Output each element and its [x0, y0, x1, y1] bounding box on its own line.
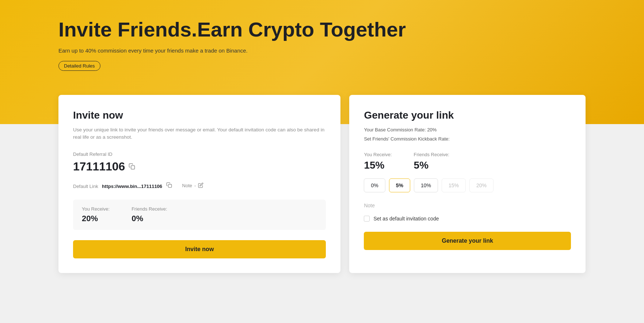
referral-id-value: 17111106 — [73, 160, 125, 173]
default-code-label: Set as default invitation code — [373, 216, 439, 222]
receive-section: You Receive: 15% Friends Receive: 5% — [364, 152, 571, 171]
svg-rect-1 — [168, 184, 172, 188]
page-wrapper: Invite Friends.Earn Crypto Together Earn… — [0, 0, 644, 323]
friends-receive-label: Friends Receive: — [132, 206, 167, 212]
link-row: Default Link https://www.bin...17111106 … — [73, 182, 326, 189]
gen-you-receive-label: You Receive: — [364, 152, 392, 157]
you-receive-value: 20% — [82, 214, 110, 223]
gen-friends-receive-label: Friends Receive: — [414, 152, 450, 157]
referral-id-row: 17111106 — [73, 160, 326, 173]
rate-btn-10[interactable]: 10% — [414, 178, 438, 192]
svg-rect-0 — [131, 166, 135, 169]
note-row: Note - — [182, 182, 204, 189]
invite-card-description: Use your unique link to invite your frie… — [73, 126, 326, 141]
base-commission-line2: Set Friends' Commission Kickback Rate: — [364, 135, 571, 143]
default-referral-id-label: Default Referral ID — [73, 151, 326, 157]
friends-receive-col: Friends Receive: 0% — [132, 206, 167, 223]
note-edit-icon[interactable] — [198, 182, 203, 189]
hero-title: Invite Friends.Earn Crypto Together — [58, 18, 586, 41]
default-code-row: Set as default invitation code — [364, 216, 571, 222]
you-receive-col: You Receive: 20% — [82, 206, 110, 223]
note-section-label: Note — [364, 203, 571, 208]
friends-receive-value: 0% — [132, 214, 167, 223]
commission-box: You Receive: 20% Friends Receive: 0% — [73, 200, 326, 230]
rate-btn-20: 20% — [469, 178, 494, 192]
base-commission-line1: Your Base Commission Rate: 20% — [364, 126, 571, 134]
invite-now-button[interactable]: Invite now — [73, 240, 326, 258]
generate-card: Generate your link Your Base Commission … — [349, 95, 586, 273]
rate-buttons-group: 0% 5% 10% 15% 20% — [364, 178, 571, 192]
invite-card-title: Invite now — [73, 109, 326, 121]
link-copy-icon[interactable] — [166, 183, 172, 189]
link-section: Default Link https://www.bin...17111106 — [73, 182, 172, 189]
note-label: Note — [182, 183, 192, 188]
rate-btn-15: 15% — [442, 178, 466, 192]
note-separator: - — [194, 183, 196, 188]
referral-id-copy-icon[interactable] — [129, 163, 135, 170]
generate-link-button[interactable]: Generate your link — [364, 232, 571, 250]
invite-card: Invite now Use your unique link to invit… — [58, 95, 340, 273]
cards-section: Invite now Use your unique link to invit… — [0, 95, 644, 273]
detailed-rules-button[interactable]: Detailed Rules — [58, 61, 100, 71]
default-link-label: Default Link — [73, 184, 98, 189]
hero-subtitle: Earn up to 40% commission every time you… — [58, 47, 586, 54]
you-receive-label: You Receive: — [82, 206, 110, 212]
gen-you-receive-col: You Receive: 15% — [364, 152, 392, 171]
gen-friends-receive-col: Friends Receive: 5% — [414, 152, 450, 171]
default-code-checkbox[interactable] — [364, 216, 370, 222]
gen-friends-receive-value: 5% — [414, 159, 450, 171]
rate-btn-0[interactable]: 0% — [364, 178, 385, 192]
rate-btn-5[interactable]: 5% — [389, 178, 410, 192]
default-link-value: https://www.bin...17111106 — [102, 184, 162, 189]
gen-you-receive-value: 15% — [364, 159, 392, 171]
generate-card-title: Generate your link — [364, 109, 571, 121]
